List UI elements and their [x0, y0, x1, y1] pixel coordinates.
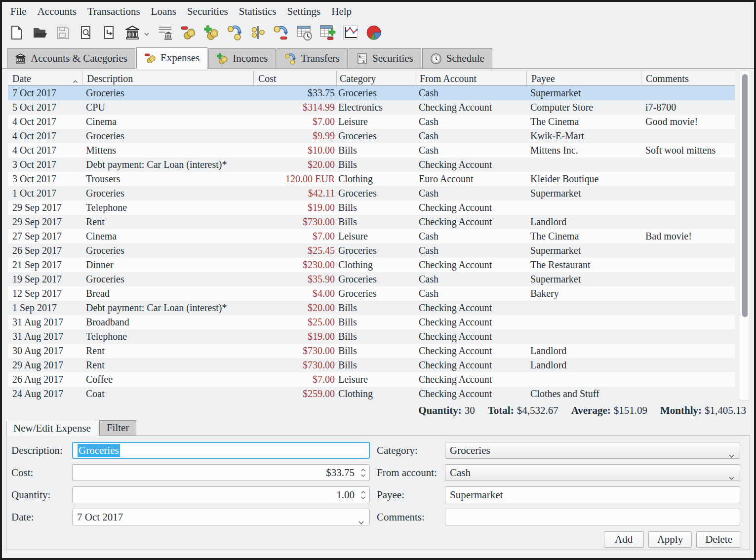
menu-file[interactable]: File: [5, 3, 32, 20]
cell-from-account: Euro Account: [415, 172, 527, 186]
cell-cost: $35.90: [254, 272, 337, 286]
from-account-select[interactable]: Cash: [445, 464, 740, 481]
vertical-scrollbar[interactable]: [740, 71, 750, 400]
column-header-date[interactable]: Date: [8, 71, 82, 85]
cell-date: 24 Aug 2017: [8, 387, 82, 401]
new-document-button[interactable]: [8, 25, 25, 42]
table-row[interactable]: 4 Oct 2017 Groceries $9.99 Groceries Cas…: [8, 129, 735, 143]
cell-description: Debt payment: Car Loan (interest)*: [82, 301, 254, 315]
menu-securities[interactable]: Securities: [182, 3, 234, 20]
tab-expenses[interactable]: Expenses: [136, 47, 207, 69]
tab-schedule[interactable]: Schedule: [422, 48, 492, 68]
cell-category: Clothing: [337, 387, 415, 401]
scrollbar-thumb[interactable]: [742, 74, 748, 317]
spinner-buttons[interactable]: [360, 465, 366, 480]
menu-transactions[interactable]: Transactions: [82, 3, 146, 20]
new-document-icon: [9, 25, 24, 42]
description-input[interactable]: Groceries: [72, 442, 370, 459]
table-row[interactable]: 27 Sep 2017 Cinema $7.00 Leisure Cash Th…: [8, 229, 735, 243]
line-chart-report-button[interactable]: [342, 25, 359, 42]
table-row[interactable]: 5 Oct 2017 CPU $314.99 Electronics Check…: [8, 100, 735, 115]
tab-new-edit-expense[interactable]: New/Edit Expense: [6, 421, 98, 436]
apply-button[interactable]: Apply: [648, 531, 692, 548]
column-header-comments[interactable]: Comments: [641, 71, 735, 85]
table-row[interactable]: 3 Oct 2017 Debt payment: Car Loan (inter…: [8, 158, 735, 172]
edit-schedule-button[interactable]: [319, 25, 336, 42]
table-row[interactable]: 1 Sep 2017 Debt payment: Car Loan (inter…: [8, 301, 735, 315]
refund-button[interactable]: [273, 25, 289, 42]
cell-date: 3 Oct 2017: [8, 172, 82, 186]
cell-date: 29 Aug 2017: [8, 358, 82, 372]
cell-payee: Supermarket: [527, 243, 641, 258]
new-expense-button[interactable]: [180, 25, 197, 42]
tab-securities[interactable]: €$ Securities: [349, 48, 421, 68]
table-row[interactable]: 7 Oct 2017 Groceries $33.75 Groceries Ca…: [8, 86, 735, 100]
menu-statistics[interactable]: Statistics: [234, 3, 282, 20]
table-row[interactable]: 3 Oct 2017 Trousers 120.00 EUR Clothing …: [8, 172, 735, 186]
tab-transfers[interactable]: Transfers: [277, 48, 348, 68]
save-button[interactable]: [54, 25, 71, 42]
category-label: Category:: [370, 444, 445, 457]
table-row[interactable]: 19 Sep 2017 Groceries $35.90 Groceries C…: [8, 272, 735, 286]
income-coin-icon: [216, 53, 228, 65]
table-row[interactable]: 31 Aug 2017 Broadband $25.00 Bills Check…: [8, 315, 735, 329]
quantity-input[interactable]: 1.00: [72, 486, 370, 503]
accounts-button[interactable]: [124, 25, 141, 42]
import-button[interactable]: [101, 25, 118, 42]
column-header-description[interactable]: Description: [82, 71, 254, 85]
column-header-from-account[interactable]: From Account: [415, 71, 527, 85]
table-row[interactable]: 29 Aug 2017 Rent $730.00 Bills Checking …: [8, 358, 735, 372]
table-row[interactable]: 29 Sep 2017 Rent $730.00 Bills Checking …: [8, 215, 735, 229]
menu-loans[interactable]: Loans: [146, 3, 182, 20]
table-row[interactable]: 12 Sep 2017 Bread $4.00 Groceries Cash B…: [8, 286, 735, 301]
description-label: Description:: [11, 444, 72, 457]
table-row[interactable]: 21 Sep 2017 Dinner $230.00 Clothing Chec…: [8, 258, 735, 272]
table-row[interactable]: 31 Aug 2017 Telephone $19.00 Bills Check…: [8, 329, 735, 344]
table-row[interactable]: 4 Oct 2017 Cinema $7.00 Leisure Cash The…: [8, 115, 735, 129]
ledger-bank-icon: [157, 25, 173, 42]
new-income-button[interactable]: [203, 25, 220, 42]
tab-filter[interactable]: Filter: [99, 420, 137, 436]
payee-input[interactable]: Supermarket: [445, 486, 740, 503]
table-row[interactable]: 4 Oct 2017 Mittens $10.00 Bills Cash Mit…: [8, 143, 735, 158]
schedule-transaction-button[interactable]: [296, 25, 313, 42]
accounts-dropdown-button[interactable]: [143, 25, 150, 42]
add-button[interactable]: Add: [604, 531, 644, 548]
menu-help[interactable]: Help: [326, 3, 357, 20]
table-header: Date Description Cost Category From Acco…: [8, 71, 735, 86]
column-header-cost[interactable]: Cost: [254, 71, 337, 85]
table-row[interactable]: 26 Sep 2017 Groceries $25.45 Groceries C…: [8, 243, 735, 258]
table-row[interactable]: 30 Aug 2017 Rent $730.00 Bills Checking …: [8, 344, 735, 358]
cell-category: Bills: [337, 200, 415, 215]
menu-accounts[interactable]: Accounts: [32, 3, 82, 20]
table-row[interactable]: 29 Sep 2017 Telephone $19.00 Bills Check…: [8, 200, 735, 215]
column-header-payee[interactable]: Payee: [527, 71, 641, 85]
cell-category: Groceries: [337, 243, 415, 258]
column-header-category[interactable]: Category: [337, 71, 415, 85]
table-row[interactable]: 24 Aug 2017 Coat $259.00 Clothing Checki…: [8, 387, 735, 401]
date-select[interactable]: 7 Oct 2017: [72, 509, 370, 525]
delete-button[interactable]: Delete: [696, 531, 741, 548]
cell-date: 1 Oct 2017: [8, 186, 82, 200]
menu-settings[interactable]: Settings: [282, 3, 326, 20]
cell-cost: 120.00 EUR: [254, 172, 337, 186]
split-transaction-button[interactable]: [249, 25, 266, 42]
cell-comments: [641, 372, 735, 387]
print-preview-button[interactable]: [78, 25, 94, 42]
category-select[interactable]: Groceries: [445, 442, 740, 459]
open-document-button[interactable]: [31, 25, 48, 42]
spinner-buttons[interactable]: [360, 487, 366, 503]
comments-input[interactable]: [445, 509, 740, 525]
account-ledger-button[interactable]: [157, 25, 173, 42]
new-transfer-button[interactable]: [226, 25, 243, 42]
tab-accounts-categories[interactable]: Accounts & Categories: [7, 48, 135, 68]
tab-incomes[interactable]: Incomes: [208, 48, 276, 68]
cell-category: Bills: [337, 143, 415, 158]
pie-chart-report-button[interactable]: [365, 25, 382, 42]
cell-category: Bills: [337, 215, 415, 229]
table-row[interactable]: 1 Oct 2017 Groceries $42.11 Groceries Ca…: [8, 186, 735, 200]
table-row[interactable]: 26 Aug 2017 Coffee $7.00 Leisure Checkin…: [8, 372, 735, 387]
cost-input[interactable]: $33.75: [72, 464, 370, 481]
cell-date: 3 Oct 2017: [8, 158, 82, 172]
cell-description: Coat: [82, 387, 254, 401]
